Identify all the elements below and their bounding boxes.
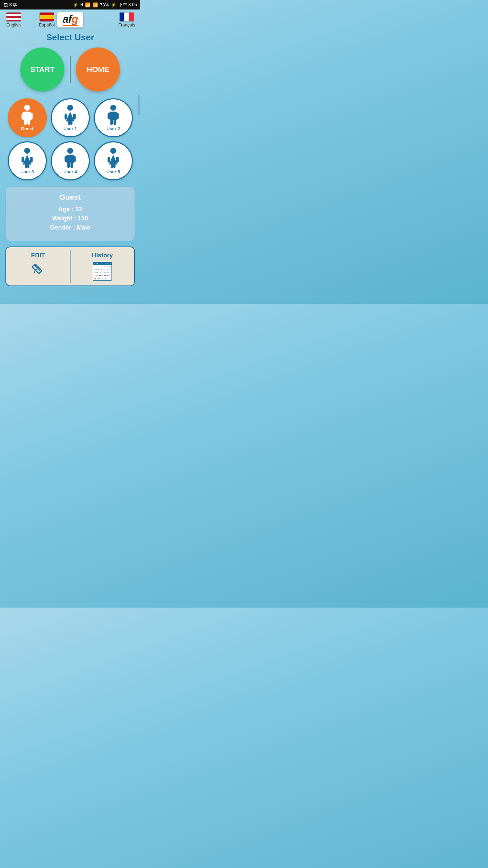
svg-rect-3 [30,113,33,119]
user2-label: User 2 [106,126,120,131]
svg-point-6 [67,105,73,111]
user3-label: User 3 [20,169,34,174]
svg-rect-15 [116,113,119,119]
svg-rect-23 [27,164,29,168]
user1-person-icon [62,104,79,125]
svg-point-30 [110,148,116,154]
status-bar: 🖼 S 駅 ⚡ N 📶 📶 73% ⚡ 下午 8:05 [0,0,140,9]
svg-rect-10 [68,121,70,125]
user-1[interactable]: User 1 [51,98,90,137]
svg-rect-27 [73,156,76,162]
svg-rect-2 [22,113,24,119]
svg-point-12 [110,105,116,111]
flag-es [39,12,54,22]
home-button[interactable]: HOME [76,47,120,92]
user-row-2: User 3 User 4 User 5 [8,141,133,180]
calendar-icon: SMTWTFS 123456 78910111213 1415161718192… [93,262,112,281]
lang-francais[interactable]: Français [117,12,137,27]
svg-rect-9 [73,114,76,119]
bottom-bar: EDIT History SMTWTFS 123456 78910111213 [5,246,135,286]
svg-rect-13 [109,112,117,120]
svg-rect-33 [116,157,119,162]
lang-english-label: English [6,22,21,27]
info-age: Age : 32 [13,206,128,213]
bluetooth-icon: ⚡ [73,2,78,7]
wifi-icon: 📶 [85,2,90,7]
pencil-icon [32,262,44,275]
user5-label: User 5 [106,169,120,174]
status-right-info: ⚡ N 📶 📶 73% ⚡ 下午 8:05 [73,2,137,8]
svg-point-0 [24,105,30,111]
svg-rect-34 [111,164,113,168]
svg-rect-5 [27,120,30,125]
time-display: 下午 8:05 [118,2,137,8]
svg-point-24 [67,148,73,154]
photo-icon: 🖼 [3,2,8,7]
svg-rect-25 [66,155,74,163]
user2-person-icon [105,104,122,125]
svg-rect-17 [114,120,116,125]
afg-logo-text: afg [63,14,78,24]
svg-rect-26 [65,156,67,162]
app-icon: 駅 [13,2,17,8]
signal-icon: 📶 [93,2,98,7]
nfc-icon: N [80,3,83,7]
user-3[interactable]: User 3 [8,141,47,180]
s-icon: S [9,2,12,7]
flag-us [6,12,21,22]
flag-fr [119,12,134,22]
user-guest[interactable]: Guest [8,98,47,137]
history-button[interactable]: History SMTWTFS 123456 78910111213 14151… [70,247,134,285]
guest-person-icon [19,104,36,125]
svg-rect-8 [65,114,67,119]
svg-rect-29 [70,163,73,168]
user1-label: User 1 [63,126,77,131]
afg-logo-underline [63,25,78,26]
user-5[interactable]: User 5 [94,141,133,180]
user4-person-icon [62,147,79,168]
action-buttons: START HOME [0,47,140,92]
battery-level: 73% [100,2,109,7]
guest-label: Guest [21,126,34,131]
charging-icon: ⚡ [111,2,116,7]
svg-rect-14 [108,113,110,119]
user5-person-icon [105,147,122,168]
svg-point-18 [24,148,30,154]
svg-rect-16 [110,120,113,125]
lang-espanol[interactable]: Español [37,12,57,27]
svg-rect-32 [108,157,110,162]
lang-espanol-label: Español [39,22,55,27]
edit-label: EDIT [31,252,45,259]
svg-rect-4 [24,120,27,125]
info-gender: Gender : Male [13,224,128,231]
page-title: Select User [0,32,140,43]
svg-rect-35 [113,164,116,168]
svg-rect-20 [22,157,24,162]
afg-logo: afg [57,12,83,27]
info-card-name: Guest [13,193,128,202]
svg-rect-21 [30,157,33,162]
language-bar: English Español afg Français [0,9,140,29]
scrollbar[interactable] [138,95,140,115]
user-2[interactable]: User 2 [94,98,133,137]
user-grid: Guest User 1 [0,98,140,180]
user3-person-icon [19,147,36,168]
history-label: History [92,252,113,259]
action-divider [70,56,70,83]
edit-button[interactable]: EDIT [6,247,70,285]
user-4[interactable]: User 4 [51,141,90,180]
lang-francais-label: Français [118,22,135,27]
svg-rect-22 [25,164,27,168]
user-info-card: Guest Age : 32 Weight : 150 Gender : Mal… [5,186,135,241]
status-left-icons: 🖼 S 駅 [3,2,17,8]
lang-english[interactable]: English [3,12,24,27]
info-weight: Weight : 150 [13,215,128,222]
svg-rect-11 [70,121,73,125]
start-button[interactable]: START [20,47,64,92]
user4-label: User 4 [63,169,77,174]
user-row-1: Guest User 1 [8,98,133,137]
svg-rect-28 [67,163,70,168]
